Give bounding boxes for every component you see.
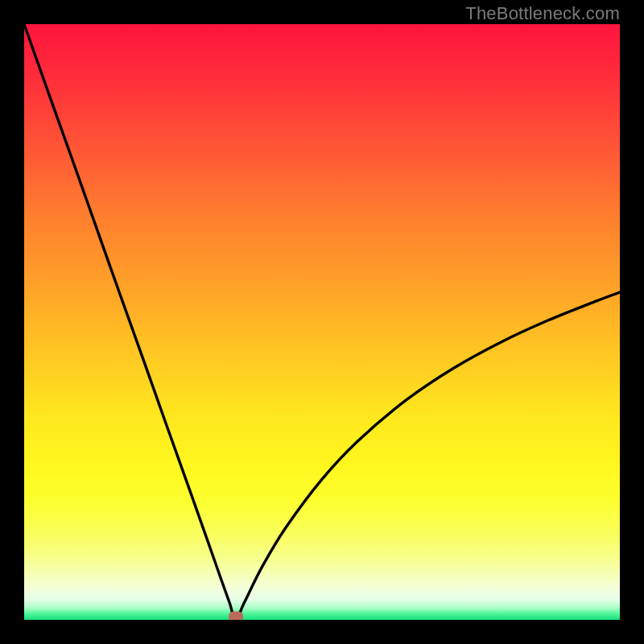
chart-frame: TheBottleneck.com xyxy=(0,0,644,644)
bottleneck-curve xyxy=(24,24,620,620)
plot-area xyxy=(24,24,620,620)
minimum-marker xyxy=(229,612,243,621)
attribution-text: TheBottleneck.com xyxy=(465,3,620,24)
